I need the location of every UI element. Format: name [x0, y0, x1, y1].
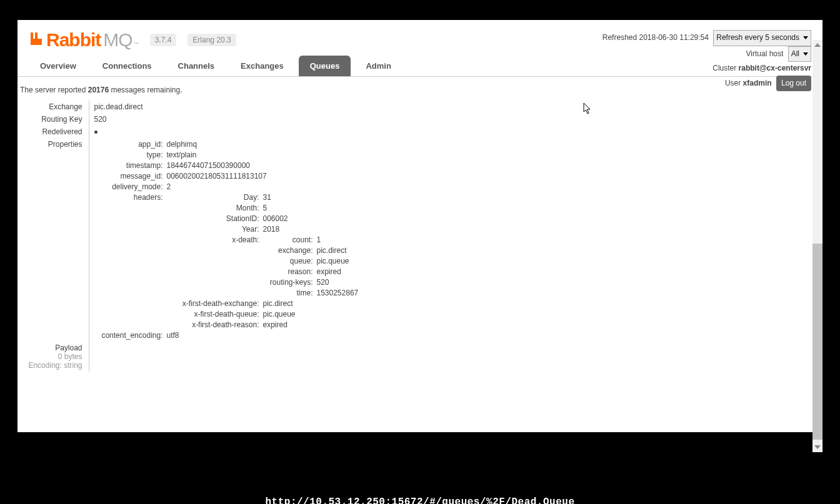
tab-admin[interactable]: Admin [354, 56, 402, 76]
routing-key-label: Routing Key [20, 113, 89, 126]
page: RabbitMQ™ 3.7.4 Erlang 20.3 Refreshed 20… [18, 20, 822, 432]
prop-content-encoding: utf8 [167, 331, 359, 340]
hdr-stationid: 006002 [263, 214, 359, 223]
prop-headers: Day: 31 Month: 5 StationID: 006002 Year:… [167, 193, 359, 329]
content: The server reported 20176 messages remai… [18, 77, 822, 372]
prop-delivery-mode: 2 [167, 182, 359, 191]
xd-time: 1530252867 [317, 289, 359, 297]
chevron-down-icon [803, 52, 808, 56]
xd-time-label: time: [263, 289, 313, 297]
tab-queues[interactable]: Queues [299, 56, 351, 76]
properties-cell: app_id: delphimq type: text/plain timest… [89, 138, 363, 342]
chevron-up-icon [814, 43, 821, 47]
prop-timestamp: 18446744071500390000 [167, 161, 359, 170]
hdr-xdeath: count: 1 exchange: pic.direct queue: pic… [263, 235, 359, 297]
remaining-count: 20176 [88, 86, 109, 94]
hdr-month-label: Month: [167, 204, 259, 212]
chevron-down-icon [814, 445, 821, 449]
redelivered-label: Redelivered [20, 126, 89, 138]
xd-exchange-label: exchange: [263, 246, 313, 255]
prop-message-id-label: message_id: [94, 172, 163, 180]
payload-encoding: Encoding: string [22, 361, 82, 370]
hdr-xdeath-label: x-death: [167, 235, 259, 297]
cluster-name: rabbit@cx-centersvr [739, 64, 811, 72]
xd-count-label: count: [263, 235, 313, 244]
xd-routingkeys-label: routing-keys: [263, 278, 313, 287]
properties-label: Properties [20, 138, 89, 342]
refresh-mode-select[interactable]: Refresh every 5 seconds [713, 30, 811, 46]
cluster-label: Cluster [712, 64, 738, 72]
rabbit-version-badge: 3.7.4 [150, 34, 177, 46]
refreshed-timestamp: 2018-06-30 11:29:54 [639, 33, 708, 42]
vhost-value: All [791, 49, 799, 58]
exchange-label: Exchange [20, 101, 89, 113]
prop-timestamp-label: timestamp: [94, 161, 163, 170]
user-name: xfadmin [743, 79, 772, 87]
refresh-mode-value: Refresh every 5 seconds [716, 33, 799, 42]
rabbitmq-icon [29, 31, 44, 46]
hdr-year-label: Year: [167, 225, 259, 234]
erlang-version-badge: Erlang 20.3 [188, 34, 236, 46]
hdr-month: 5 [263, 204, 359, 212]
xd-routingkeys: 520 [317, 278, 359, 287]
xd-queue: pic.queue [317, 257, 359, 265]
prop-type-label: type: [94, 151, 163, 159]
hdr-xfdq: pic.queue [263, 310, 359, 319]
payload-bytes: 0 bytes [22, 352, 82, 361]
routing-key-value: 520 [89, 113, 363, 126]
xd-queue-label: queue: [263, 257, 313, 265]
hdr-day: 31 [263, 193, 359, 202]
hdr-year: 2018 [263, 225, 359, 234]
hdr-xfdr-label: x-first-death-reason: [167, 320, 259, 329]
refreshed-label: Refreshed [602, 33, 639, 42]
hdr-day-label: Day: [167, 193, 259, 202]
logo-text-rabbit: Rabbit [46, 29, 101, 51]
rabbitmq-logo: RabbitMQ™ [29, 29, 139, 51]
xd-count: 1 [317, 235, 359, 244]
vhost-select[interactable]: All [788, 46, 811, 62]
exchange-value: pic.dead.direct [89, 101, 363, 113]
tab-connections[interactable]: Connections [91, 56, 163, 76]
vhost-label: Virtual host [746, 49, 784, 58]
scrollbar[interactable] [812, 40, 822, 452]
logout-button[interactable]: Log out [776, 76, 811, 92]
redelivered-value [89, 126, 363, 138]
hdr-xfde-label: x-first-death-exchange: [167, 299, 259, 308]
status-block: Refreshed 2018-06-30 11:29:54 Refresh ev… [602, 30, 811, 91]
message-details-table: Exchange pic.dead.direct Routing Key 520… [20, 101, 363, 372]
hdr-xfdq-label: x-first-death-queue: [167, 310, 259, 319]
tab-exchanges[interactable]: Exchanges [229, 56, 295, 76]
bullet-icon [94, 131, 98, 134]
footer-url: http://10.53.12.250:15672/#/queues/%2F/D… [0, 497, 840, 504]
payload-label-cell: Payload 0 bytes Encoding: string [20, 342, 89, 372]
scroll-up-button[interactable] [812, 40, 822, 50]
user-label: User [725, 79, 743, 87]
prop-app-id: delphimq [167, 140, 359, 149]
prop-headers-label: headers: [94, 193, 163, 329]
xd-reason-label: reason: [263, 267, 313, 276]
scrollbar-thumb[interactable] [812, 244, 822, 440]
hdr-xfdr: expired [263, 320, 359, 329]
prop-delivery-mode-label: delivery_mode: [94, 182, 163, 191]
scroll-down-button[interactable] [812, 442, 822, 452]
hdr-xfde: pic.direct [263, 299, 359, 308]
xd-reason: expired [317, 267, 359, 276]
hdr-stationid-label: StationID: [167, 214, 259, 223]
prop-type: text/plain [167, 151, 359, 159]
tab-channels[interactable]: Channels [167, 56, 226, 76]
prop-content-encoding-label: content_encoding: [94, 331, 163, 340]
tab-overview[interactable]: Overview [29, 56, 88, 76]
prop-message-id: 006002002180531111813107 [167, 172, 359, 180]
chevron-down-icon [803, 36, 808, 39]
logo-text-mq: MQ [103, 29, 132, 51]
logo-tm: ™ [134, 41, 139, 47]
xd-exchange: pic.direct [317, 246, 359, 255]
prop-app-id-label: app_id: [94, 140, 163, 149]
payload-label: Payload [22, 343, 82, 352]
